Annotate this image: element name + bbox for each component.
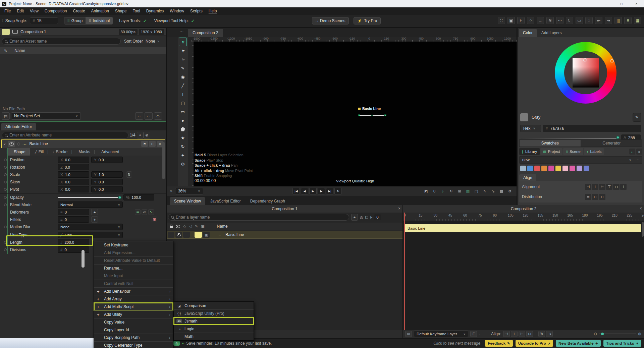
toolbar-icon[interactable]: → xyxy=(537,17,544,24)
group-mode-button[interactable]: ⠿Group xyxy=(64,17,86,24)
menu-item[interactable]: Create xyxy=(70,9,88,13)
stack-icon[interactable]: ⧠ xyxy=(365,215,368,220)
scene-tab[interactable]: JavaScript Editor xyxy=(206,197,245,205)
close-button[interactable]: × xyxy=(629,0,644,7)
close-icon[interactable]: × xyxy=(398,206,400,211)
toolbar-icon[interactable]: ≋ xyxy=(546,17,554,24)
viewport-icon[interactable]: ↖ xyxy=(481,188,488,194)
color-swatch[interactable] xyxy=(584,166,589,171)
list-icon[interactable]: ≣ xyxy=(135,209,141,215)
alpha-slider-knob[interactable] xyxy=(616,136,620,139)
cube-icon[interactable]: ◇ xyxy=(183,224,186,229)
alpha-slider[interactable] xyxy=(521,138,618,138)
skew-x-field[interactable]: X0.0 xyxy=(58,179,89,185)
skew-y-field[interactable]: Y0.0 xyxy=(91,179,123,185)
viewport-icon[interactable]: 0 xyxy=(431,188,438,194)
viewport-tool[interactable]: ⚙ xyxy=(179,160,187,168)
toolbar-icon[interactable]: ▣ xyxy=(507,17,515,24)
scrollbar-thumb[interactable] xyxy=(82,250,85,268)
context-menu-item[interactable]: + Add Behaviour › xyxy=(94,287,173,295)
length-value-field[interactable]: #200.0 xyxy=(58,239,89,245)
sub-tab[interactable]: Swatches xyxy=(519,139,581,147)
demo-scenes-button[interactable]: ⸬Demo Scenes xyxy=(312,17,349,24)
zoom-slider-knob[interactable] xyxy=(601,333,604,335)
ghost-visibility-icon[interactable]: ◍ xyxy=(360,215,363,220)
menu-item[interactable]: Edit xyxy=(14,9,27,13)
align-icon[interactable]: ⊢ xyxy=(519,331,525,337)
more-icon[interactable]: ⋯ xyxy=(635,158,639,162)
opacity-slider-knob[interactable] xyxy=(118,196,121,199)
viewport-tool[interactable]: ✦ xyxy=(179,151,187,160)
wave-icon[interactable]: ∿ xyxy=(148,209,154,215)
name-column-header[interactable]: Name xyxy=(14,48,25,53)
add-filter-button[interactable]: + xyxy=(91,216,98,223)
scrollbar-thumb[interactable] xyxy=(642,222,644,237)
viewport-tool[interactable]: ➤ xyxy=(179,46,187,55)
alignment-icon[interactable]: ⊣ xyxy=(585,184,591,190)
layer-name[interactable]: Basic Line xyxy=(225,232,244,237)
attribute-tab[interactable]: Advanced xyxy=(95,148,124,156)
visibility-cell[interactable] xyxy=(175,232,182,238)
zoom-in-icon[interactable]: ⊕ xyxy=(638,332,641,336)
connector-circle[interactable] xyxy=(4,196,7,199)
screen-icon[interactable]: ▭ xyxy=(145,112,153,120)
alignment-icon[interactable]: ⊢ xyxy=(599,184,605,190)
asset-name[interactable]: Composition 1 xyxy=(20,30,46,34)
connector-circle[interactable] xyxy=(4,241,7,244)
swatch-group-dropdown[interactable]: new ∨ ⋯ xyxy=(519,156,642,164)
color-swatch[interactable] xyxy=(577,166,582,171)
zoom-level-dropdown[interactable]: 36%∨ xyxy=(175,188,203,194)
alignment-icon[interactable]: ⊥ xyxy=(592,184,598,190)
pivot-x-field[interactable]: X0.0 xyxy=(58,186,89,192)
color-swatch[interactable] xyxy=(570,166,575,171)
toolbar-icon[interactable]: ☾ xyxy=(566,17,573,24)
context-menu-item[interactable]: + Add Array › xyxy=(94,295,173,303)
eyedropper-icon[interactable]: ✎ xyxy=(195,224,198,229)
toolbar-icon[interactable]: ⇥ xyxy=(605,17,612,24)
distribution-icon[interactable]: ≣ xyxy=(585,194,591,200)
collapse-chevron-icon[interactable]: ∨ xyxy=(3,142,6,146)
menu-item[interactable]: Scripts xyxy=(187,9,206,13)
viewport-icon[interactable]: ⊞ xyxy=(456,188,463,194)
viewport-icon[interactable]: ♪ xyxy=(439,188,446,194)
distribution-icon[interactable]: ⊔ xyxy=(599,194,605,200)
viewport-tool[interactable]: ★ xyxy=(179,133,187,142)
render-cell[interactable] xyxy=(183,232,190,238)
menu-item[interactable]: Help xyxy=(206,9,220,13)
toolbar-icon[interactable]: ◌ xyxy=(585,17,593,24)
motion-blur-dropdown[interactable]: None∨ xyxy=(58,224,123,230)
curve-icon[interactable]: ▱ xyxy=(142,209,147,215)
viewport-icon[interactable]: ↻ xyxy=(448,188,454,194)
eyedropper-icon[interactable]: ✎ xyxy=(4,49,7,53)
connector-circle[interactable] xyxy=(4,188,7,191)
drag-handle-icon[interactable]: ⁞ xyxy=(2,19,3,23)
viewport-tool[interactable]: ▭ xyxy=(179,107,187,116)
menu-item[interactable]: Animation xyxy=(88,9,112,13)
toolbar-icon[interactable]: ▦ xyxy=(634,17,641,24)
status-button[interactable]: Tips and Tricks✶ xyxy=(603,340,641,347)
color-swatch[interactable] xyxy=(527,166,533,171)
view-icon[interactable]: ∷ xyxy=(629,149,635,155)
context-menu-item[interactable]: + Rename... › xyxy=(94,264,173,272)
menu-item[interactable]: View xyxy=(27,9,42,13)
viewport-help-check-icon[interactable]: ✓ xyxy=(191,18,195,23)
opacity-slider[interactable] xyxy=(58,197,121,198)
source-button[interactable]: ▯Scene xyxy=(563,148,583,155)
pivot-y-field[interactable]: Y0.0 xyxy=(91,186,123,192)
playback-button[interactable]: ▶ xyxy=(318,188,325,194)
tab-attribute-editor[interactable]: Attribute Editor xyxy=(1,123,36,130)
add-deformer-button[interactable]: + xyxy=(91,209,98,215)
scene-tab[interactable]: Scene Window xyxy=(170,197,205,205)
hue-handle[interactable] xyxy=(610,59,614,63)
current-color-swatch[interactable] xyxy=(520,113,528,121)
align-panel-title[interactable]: Align xyxy=(519,174,536,181)
viewport-tool[interactable] xyxy=(179,125,187,133)
viewport-tool[interactable]: T xyxy=(179,90,187,99)
color-swatch[interactable] xyxy=(534,166,540,171)
basic-line-timeline-bar[interactable]: Basic Line xyxy=(405,224,641,232)
stack-icon[interactable]: ⊞ xyxy=(405,331,412,337)
connector-circle[interactable] xyxy=(4,248,7,251)
submenu-item[interactable]: = Math xyxy=(174,333,254,340)
solo-circle-icon[interactable] xyxy=(17,142,20,146)
snap-angle-field[interactable]: #15 xyxy=(30,17,58,24)
